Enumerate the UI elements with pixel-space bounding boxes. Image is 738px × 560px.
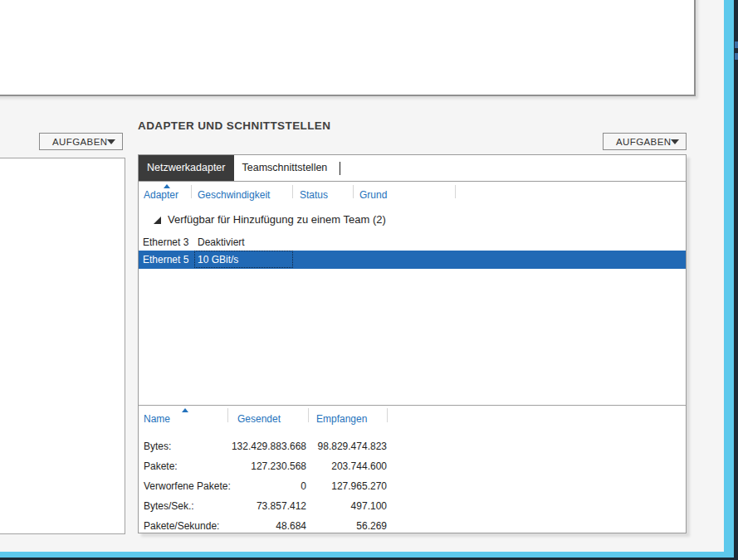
column-divider (387, 408, 388, 422)
stats-row-bytes-sek: Bytes/Sek.: 73.857.412 497.100 (139, 497, 686, 515)
left-cutoff-panel (0, 158, 125, 534)
stat-received: 203.744.600 (309, 457, 387, 475)
statistics-column-headers: Name Gesendet Empfangen (139, 406, 686, 427)
cell-adapter: Ethernet 5 (143, 251, 188, 269)
collapse-expanded-icon[interactable] (154, 217, 161, 224)
stat-received: 497.100 (309, 497, 387, 515)
table-row-ethernet-3[interactable]: Ethernet 3 Deaktiviert (139, 234, 686, 251)
column-divider (292, 185, 293, 198)
sort-ascending-icon (182, 408, 188, 412)
stats-row-verworfene-pakete: Verworfene Pakete: 0 127.965.270 (139, 477, 686, 495)
tab-teamschnittstellen[interactable]: Teamschnittstellen (234, 155, 336, 181)
column-header-status[interactable]: Status (300, 189, 328, 201)
column-divider (353, 185, 354, 198)
cell-speed: 10 GBit/s (198, 251, 238, 269)
stats-row-pakete-sekunde: Pakete/Sekunde: 48.684 56.269 (139, 517, 686, 535)
section-title: ADAPTER UND SCHNITTSTELLEN (138, 119, 330, 132)
sort-ascending-icon (164, 184, 170, 188)
column-divider (455, 185, 456, 198)
table-row-ethernet-5-selected[interactable]: Ethernet 5 10 GBit/s (139, 251, 686, 269)
tab-bar: Netzwerkadapter Teamschnittstellen (139, 155, 686, 182)
column-divider (191, 185, 192, 198)
column-header-empfangen[interactable]: Empfangen (316, 413, 367, 425)
window-edge-artifact (735, 53, 738, 60)
column-header-gesendet[interactable]: Gesendet (237, 413, 281, 425)
stat-name: Bytes/Sek.: (144, 497, 194, 515)
stat-sent: 0 (188, 477, 306, 495)
window-edge-artifact (735, 41, 738, 48)
column-divider (227, 408, 228, 422)
stats-row-pakete: Pakete: 127.230.568 203.744.600 (139, 457, 686, 475)
column-header-name[interactable]: Name (144, 413, 170, 425)
stat-sent: 73.857.412 (188, 497, 306, 515)
screen-edge-right (734, 0, 738, 560)
column-header-grund[interactable]: Grund (359, 189, 387, 201)
tab-netzwerkadapter[interactable]: Netzwerkadapter (139, 155, 234, 181)
text-cursor (340, 162, 340, 175)
top-cutoff-panel (0, 0, 696, 96)
chevron-down-icon (671, 139, 679, 144)
stat-sent: 48.684 (188, 517, 306, 535)
stats-row-bytes: Bytes: 132.429.883.668 98.829.474.823 (139, 437, 686, 455)
cell-speed: Deaktiviert (198, 234, 245, 251)
stat-sent: 127.230.568 (188, 457, 306, 475)
tasks-dropdown-left[interactable]: AUFGABEN (39, 133, 123, 150)
stat-received: 56.269 (309, 517, 387, 535)
column-header-adapter[interactable]: Adapter (144, 189, 178, 201)
column-header-geschwindigkeit[interactable]: Geschwindigkeit (198, 189, 270, 201)
tasks-dropdown-right-label: AUFGABEN (616, 137, 671, 147)
stat-name: Bytes: (144, 437, 171, 455)
column-divider (308, 408, 309, 422)
adapters-interfaces-panel: Netzwerkadapter Teamschnittstellen Adapt… (138, 154, 687, 533)
cell-adapter: Ethernet 3 (143, 234, 188, 251)
chevron-down-icon (107, 139, 115, 144)
tasks-dropdown-left-label: AUFGABEN (52, 137, 107, 147)
adapter-column-headers: Adapter Geschwindigkeit Status Grund (139, 182, 686, 204)
window-border-bottom (0, 552, 734, 558)
stat-received: 98.829.474.823 (309, 437, 387, 455)
stat-sent: 132.429.883.668 (188, 437, 306, 455)
group-row-available-adapters[interactable]: Verfügbar für Hinzufügung zu einem Team … (139, 207, 686, 232)
window-border-right (724, 0, 734, 560)
stat-received: 127.965.270 (309, 477, 387, 495)
tasks-dropdown-right[interactable]: AUFGABEN (603, 133, 687, 150)
group-label: Verfügbar für Hinzufügung zu einem Team … (168, 207, 386, 232)
stat-name: Pakete: (144, 457, 178, 475)
